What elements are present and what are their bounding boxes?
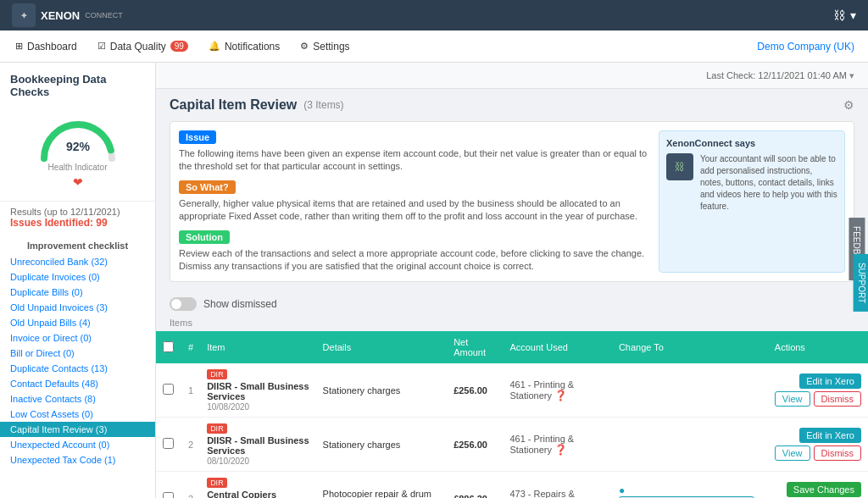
data-quality-label: Data Quality xyxy=(110,41,166,53)
row3-dir-badge: DIR xyxy=(207,478,227,488)
row2-dismiss-button[interactable]: Dismiss xyxy=(814,445,862,461)
issue-badge: Issue xyxy=(179,130,216,144)
bookkeeping-header-bar: spacer Last Check: 12/11/2021 01:40 AM ▾ xyxy=(156,63,868,89)
row1-item: DIR DIISR - Small Business Services 10/0… xyxy=(200,363,315,418)
row1-help-icon[interactable]: ❓ xyxy=(554,390,567,401)
heart-icon: ❤ xyxy=(73,175,83,189)
sowhat-row: So What? Generally, higher value physica… xyxy=(179,180,650,224)
results-section: Results (up to 12/11/2021) Issues Identi… xyxy=(0,201,155,234)
sidebar-item-unexpected-tax-code[interactable]: Unexpected Tax Code (1) xyxy=(0,452,155,468)
item-count: (3 Items) xyxy=(303,99,343,111)
row3-account-used: 473 - Repairs & Maintenance xyxy=(503,472,612,498)
row1-actions: Edit in Xero View Dismiss xyxy=(768,363,868,418)
dashboard-label: Dashboard xyxy=(27,41,77,53)
menu-bar: ⊞ Dashboard ☑ Data Quality 99 🔔 Notifica… xyxy=(0,30,868,63)
show-dismissed-toggle[interactable] xyxy=(170,297,197,311)
chevron-down-icon[interactable]: ▾ xyxy=(850,8,856,22)
toggle-label: Show dismissed xyxy=(203,298,277,310)
col-num: # xyxy=(181,331,200,363)
sidebar-item-bill-or-direct[interactable]: Bill or Direct (0) xyxy=(0,346,155,361)
logo-text: XENON xyxy=(41,9,80,22)
row3-item-name: Central Copiers xyxy=(207,490,276,498)
row2-change-to xyxy=(612,418,768,472)
items-label: Items xyxy=(156,318,868,331)
row3-save-changes-button[interactable]: Save Changes xyxy=(787,482,861,497)
row2-item-name: DIISR - Small Business Services xyxy=(207,435,309,456)
row2-actions: Edit in Xero View Dismiss xyxy=(768,418,868,472)
col-item: Item xyxy=(200,331,315,363)
page-settings-button[interactable]: ⚙ xyxy=(843,98,854,112)
row1-account-used: 461 - Printing & Stationery ❓ xyxy=(503,363,612,418)
sidebar-title: Bookkeeping Data Checks xyxy=(0,73,155,105)
row1-checkbox[interactable] xyxy=(163,384,174,395)
select-all-checkbox[interactable] xyxy=(163,341,174,352)
row1-details: Stationery charges xyxy=(316,363,448,418)
bell-icon: 🔔 xyxy=(209,41,220,52)
col-account-used: Account Used xyxy=(503,331,612,363)
capital-item-review-title: Capital Item Review xyxy=(170,97,297,113)
sidebar-item-dashboard[interactable]: ⊞ Dashboard xyxy=(14,41,79,53)
sidebar-item-duplicate-invoices[interactable]: Duplicate Invoices (0) xyxy=(0,269,155,285)
row1-edit-xero-button[interactable]: Edit in Xero xyxy=(799,374,861,389)
row3-checkbox[interactable] xyxy=(163,492,174,498)
sowhat-badge: So What? xyxy=(179,180,236,194)
table-row: 3 DIR Central Copiers 04/09/2021 945-Oco… xyxy=(156,472,868,498)
xenon-body: ⛓ Your accountant will soon be able to a… xyxy=(666,153,837,213)
company-selector[interactable]: Demo Company (UK) xyxy=(757,41,854,53)
row2-edit-xero-button[interactable]: Edit in Xero xyxy=(799,428,861,443)
sidebar-item-old-unpaid-bills[interactable]: Old Unpaid Bills (4) xyxy=(0,315,155,330)
row1-dismiss-button[interactable]: Dismiss xyxy=(814,391,862,407)
col-change-to: Change To xyxy=(612,331,768,363)
top-nav-icons: ⛓ ▾ xyxy=(833,8,856,22)
row2-account-used: 461 - Printing & Stationery ❓ xyxy=(503,418,612,472)
sidebar-item-contact-defaults[interactable]: Contact Defaults (48) xyxy=(0,376,155,391)
sidebar-item-duplicate-bills[interactable]: Duplicate Bills (0) xyxy=(0,285,155,300)
row2-help-icon[interactable]: ❓ xyxy=(554,444,567,456)
content: spacer Last Check: 12/11/2021 01:40 AM ▾… xyxy=(156,63,868,498)
issue-col: Issue The following items have been give… xyxy=(179,130,650,273)
sidebar-item-unexpected-account[interactable]: Unexpected Account (0) xyxy=(0,437,155,452)
row1-dir-badge: DIR xyxy=(207,369,227,379)
sidebar-item-old-unpaid-invoices[interactable]: Old Unpaid Invoices (3) xyxy=(0,300,155,315)
support-tab[interactable]: SUPPORT xyxy=(853,254,868,312)
row3-actions: Save Changes View Dismiss xyxy=(768,472,868,498)
sidebar-item-data-quality[interactable]: ☑ Data Quality 99 xyxy=(96,41,190,53)
sidebar-item-duplicate-contacts[interactable]: Duplicate Contacts (13) xyxy=(0,361,155,376)
issue-row: Issue The following items have been give… xyxy=(179,130,650,174)
toggle-row: Show dismissed xyxy=(156,290,868,318)
sidebar-item-settings[interactable]: ⚙ Settings xyxy=(298,41,351,53)
row1-view-button[interactable]: View xyxy=(775,391,810,407)
data-quality-badge: 99 xyxy=(170,41,188,52)
row1-net-amount: £256.00 xyxy=(447,363,503,418)
row2-item-date: 08/10/2020 xyxy=(207,456,249,466)
solution-text: Review each of the transactions and sele… xyxy=(179,247,650,274)
row1-change-to xyxy=(612,363,768,418)
issue-text: The following items have been given an e… xyxy=(179,147,650,174)
sidebar-item-low-cost-assets[interactable]: Low Cost Assets (0) xyxy=(0,407,155,422)
sidebar-item-notifications[interactable]: 🔔 Notifications xyxy=(207,41,281,53)
dropdown-arrow[interactable]: ▾ xyxy=(849,70,854,80)
row2-item: DIR DIISR - Small Business Services 08/1… xyxy=(200,418,315,472)
logo-sub: CONNECT xyxy=(85,11,123,19)
table-row: 2 DIR DIISR - Small Business Services 08… xyxy=(156,418,868,472)
xenon-title: XenonConnect says xyxy=(666,138,837,148)
solution-row: Solution Review each of the transactions… xyxy=(179,230,650,274)
gauge-container: 92% Health Indicator ❤ xyxy=(0,105,155,196)
network-icon[interactable]: ⛓ xyxy=(833,8,845,22)
gear-icon: ⚙ xyxy=(300,41,309,52)
row1-num: 1 xyxy=(181,363,200,418)
sidebar-item-capital-item-review[interactable]: Capital Item Review (3) xyxy=(0,422,155,437)
main-layout: Bookkeeping Data Checks 92% Health Indic… xyxy=(0,63,868,498)
results-label: Results (up to 12/11/2021) xyxy=(10,207,145,217)
row2-details: Stationery charges xyxy=(316,418,448,472)
improvement-title: Improvement checklist xyxy=(0,234,155,254)
table-body: 1 DIR DIISR - Small Business Services 10… xyxy=(156,363,868,498)
col-details: Details xyxy=(316,331,448,363)
sidebar-item-inactive-contacts[interactable]: Inactive Contacts (8) xyxy=(0,391,155,407)
page-title-row: Capital Item Review (3 Items) ⚙ xyxy=(156,89,868,113)
check-icon: ☑ xyxy=(97,41,106,52)
row2-checkbox[interactable] xyxy=(163,438,174,449)
sidebar-item-unreconciled-bank[interactable]: Unreconciled Bank (32) xyxy=(0,254,155,269)
row2-view-button[interactable]: View xyxy=(775,445,810,461)
sidebar-item-invoice-or-direct[interactable]: Invoice or Direct (0) xyxy=(0,330,155,346)
